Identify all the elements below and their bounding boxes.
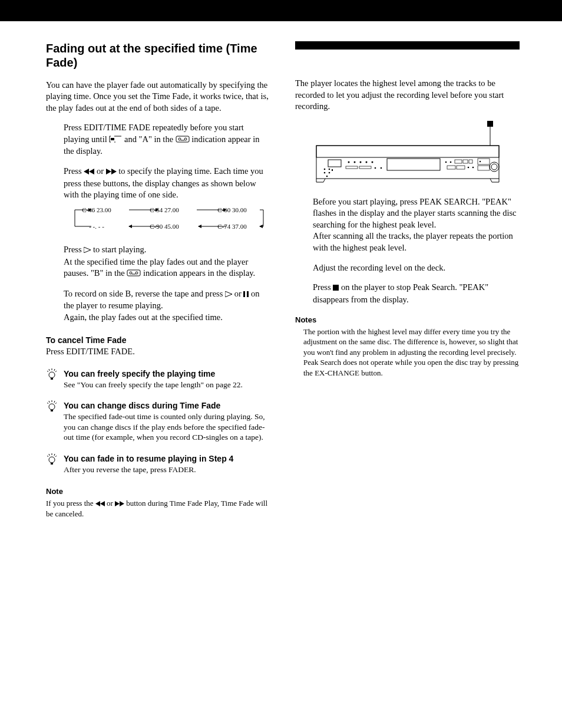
step1-text-b: and "A" in the (124, 134, 176, 144)
svg-line-35 (49, 454, 49, 456)
fastforward-icon (115, 499, 124, 509)
note-body: If you press the or button during Time F… (46, 498, 270, 519)
svg-point-30 (49, 457, 55, 463)
svg-point-44 (365, 161, 367, 163)
svg-rect-14 (243, 291, 245, 297)
right-intro: The player locates the highest level amo… (295, 78, 520, 113)
fastforward-icon (106, 166, 117, 178)
pause-icon (243, 289, 249, 301)
right-notes-body: The portion with the highest level may d… (295, 327, 520, 378)
svg-rect-17 (51, 378, 53, 380)
svg-rect-70 (332, 169, 333, 171)
svg-rect-2 (176, 136, 189, 142)
tip-bulb-icon (46, 400, 58, 412)
tip1-heading: You can freely specify the playing time (64, 368, 270, 380)
svg-point-3 (178, 138, 181, 140)
page-content: Fading out at the specified time (Time F… (0, 21, 562, 519)
note-heading: Note (46, 486, 270, 497)
rs3a: Press (313, 282, 333, 292)
section-heading-time-fade: Fading out at the specified time (Time F… (46, 41, 270, 70)
note-b: or (107, 499, 115, 508)
svg-line-19 (47, 371, 48, 372)
stop-callout-icon (487, 121, 493, 127)
svg-point-12 (135, 272, 138, 274)
svg-line-27 (55, 403, 57, 404)
svg-point-16 (49, 372, 55, 378)
right-note-2: Peak Search does not operate while you o… (303, 357, 520, 378)
step-1: Press EDIT/TIME FADE repeatedly before y… (46, 122, 270, 157)
tip3-heading: You can fade in to resume playing in Ste… (64, 453, 270, 465)
svg-point-69 (326, 175, 328, 177)
step4-text-a: To record on side B, reverse the tape an… (64, 289, 225, 298)
svg-point-66 (328, 168, 330, 170)
rewind-icon (84, 166, 94, 178)
play-icon (84, 245, 91, 256)
svg-rect-24 (51, 410, 53, 411)
right-note-1: The portion with the highest level may d… (303, 327, 520, 358)
svg-point-4 (184, 138, 187, 140)
right-step-3: Press on the player to stop Peak Search.… (295, 282, 520, 305)
svg-point-45 (371, 161, 373, 163)
right-notes-heading: Notes (295, 315, 520, 325)
svg-line-28 (49, 401, 49, 403)
step2-text-a: Press (64, 166, 84, 176)
tip-change-discs: You can change discs during Time Fade Th… (46, 400, 270, 443)
step-3: Press to start playing. At the specified… (46, 244, 270, 279)
section-heading-bar (295, 41, 520, 50)
cancel-block: To cancel Time Fade Press EDIT/TIME FADE… (46, 335, 270, 357)
tip-fade-in: You can fade in to resume playing in Ste… (46, 453, 270, 475)
cancel-heading: To cancel Time Fade (46, 335, 270, 346)
svg-line-33 (47, 456, 48, 457)
top-black-bar (0, 0, 562, 21)
svg-line-29 (54, 401, 55, 403)
svg-rect-15 (247, 291, 249, 297)
svg-line-21 (49, 369, 49, 371)
halftape-icon (109, 134, 122, 146)
rs3b: on the player to stop Peak Search. "PEAK… (313, 282, 488, 304)
dash-label: - -. - - (89, 223, 104, 230)
tip2-heading: You can change discs during Time Fade (64, 400, 270, 411)
device-illustration (295, 121, 520, 186)
svg-point-11 (130, 272, 132, 274)
play-icon (225, 289, 232, 301)
tip3-body: After you reverse the tape, press FADER. (64, 465, 270, 475)
step-2: Press or to specify the playing time. Ea… (46, 166, 270, 236)
tip-bulb-icon (46, 368, 58, 380)
step3-text-d: indication appears in the display. (143, 268, 255, 278)
svg-point-42 (353, 161, 355, 163)
tip2-body: The specified fade-out time is counted o… (64, 411, 270, 443)
stop-icon (333, 282, 339, 294)
cancel-body: Press EDIT/TIME FADE. (46, 346, 270, 358)
rs1a: Before you start playing, press PEAK SEA… (313, 197, 517, 229)
svg-point-58 (467, 166, 469, 168)
rs1b: After scanning all the tracks, the playe… (313, 231, 513, 252)
tape-icon (176, 134, 190, 146)
step3-text-a: Press (64, 245, 84, 254)
right-step-2: Adjust the recording level on the deck. (295, 262, 520, 274)
rewind-icon (95, 499, 105, 509)
svg-point-52 (449, 161, 451, 163)
svg-rect-1 (111, 138, 114, 140)
step4-text-d: Again, the play fades out at the specifi… (64, 312, 223, 322)
step2-text-b: or (97, 166, 106, 176)
left-column: Fading out at the specified time (Time F… (46, 41, 270, 519)
intro-paragraph: You can have the player fade out automat… (46, 80, 270, 114)
svg-rect-10 (127, 270, 140, 276)
step3-text-b: to start playing. (93, 245, 147, 254)
svg-point-68 (328, 172, 330, 173)
svg-point-41 (348, 161, 349, 163)
right-step-1: Before you start playing, press PEAK SEA… (295, 196, 520, 254)
svg-point-61 (479, 160, 480, 162)
note-a: If you press the (46, 499, 95, 508)
svg-rect-31 (51, 463, 53, 465)
svg-point-51 (445, 161, 447, 163)
svg-point-43 (359, 161, 361, 163)
tape-length-cycle: C-46 23.00 C-54 27.00 C-60 30.00 - -. - … (64, 205, 270, 236)
svg-rect-71 (333, 285, 339, 291)
svg-line-22 (54, 369, 55, 371)
svg-rect-38 (316, 146, 499, 179)
svg-point-65 (323, 168, 325, 170)
svg-line-20 (55, 371, 57, 372)
svg-line-36 (54, 454, 55, 456)
tape-icon (127, 268, 141, 280)
